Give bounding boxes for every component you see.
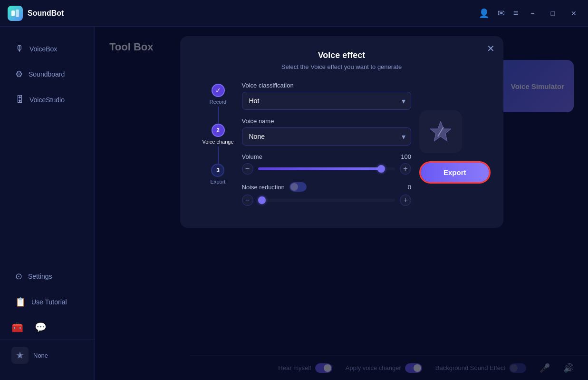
titlebar-controls: 👤 ✉ ≡ − □ ✕ [479, 8, 580, 19]
noise-slider-thumb[interactable] [258, 196, 266, 204]
step-1-check: ✓ [215, 87, 221, 94]
form-col: Voice classification Hot Classic Funny C… [242, 82, 411, 214]
sidebar: 🎙 VoiceBox ⚙ Soundboard 🎛 VoiceStudio ⊙ … [0, 27, 95, 380]
svg-rect-0 [11, 10, 15, 16]
volume-increase-button[interactable]: + [400, 163, 411, 175]
volume-label-row: Volume 100 [242, 153, 411, 160]
noise-reduction-label: Noise reduction [242, 184, 285, 191]
close-button[interactable]: ✕ [567, 8, 580, 19]
noise-reduction-value: 0 [408, 184, 411, 191]
sidebar-item-settings[interactable]: ⊙ Settings [4, 264, 91, 288]
chat-icon[interactable]: 💬 [35, 322, 47, 333]
voice-name-select[interactable]: None Robot Echo [242, 127, 411, 146]
step-1-label: Record [210, 99, 226, 105]
soundboard-icon: ⚙ [15, 69, 23, 79]
noise-slider-track[interactable] [258, 199, 395, 202]
volume-decrease-button[interactable]: − [242, 163, 253, 175]
step-3-circle: 3 [211, 164, 224, 177]
sidebar-spacer [0, 112, 95, 263]
sidebar-label-voicebox: VoiceBox [29, 45, 57, 53]
noise-toggle-row: Noise reduction [242, 182, 307, 192]
step-2-number: 2 [216, 127, 220, 134]
voice-name-group: Voice name None Robot Echo ▾ [242, 117, 411, 146]
voice-classification-group: Voice classification Hot Classic Funny C… [242, 82, 411, 110]
sidebar-label-voicestudio: VoiceStudio [29, 96, 65, 104]
modal-overlay: ✕ Voice effect Select the Voice effect y… [95, 27, 588, 380]
modal-subtitle: Select the Voice effect you want to gene… [194, 63, 489, 70]
connector-2-3 [218, 146, 219, 164]
noise-slider-bg [258, 199, 395, 202]
footer-star-icon [11, 347, 29, 364]
modal-title: Voice effect [194, 50, 489, 60]
volume-slider-thumb[interactable] [377, 165, 385, 173]
step-record: ✓ Record [210, 84, 226, 107]
sidebar-label-settings: Settings [28, 273, 52, 280]
sidebar-item-voicestudio[interactable]: 🎛 VoiceStudio [4, 88, 91, 111]
volume-slider-track[interactable] [258, 167, 395, 170]
sidebar-item-voicebox[interactable]: 🎙 VoiceBox [4, 37, 91, 60]
step-voice-change: 2 Voice change [202, 124, 233, 146]
noise-reduction-group: Noise reduction 0 − [242, 182, 411, 206]
voice-effect-icon [426, 117, 455, 146]
voice-name-label: Voice name [242, 117, 411, 125]
menu-icon[interactable]: ≡ [513, 8, 519, 18]
voicebox-icon: 🎙 [15, 44, 24, 54]
volume-group: Volume 100 − + [242, 153, 411, 175]
noise-increase-button[interactable]: + [400, 195, 411, 206]
minimize-button[interactable]: − [527, 8, 538, 19]
svg-rect-1 [16, 10, 19, 17]
settings-icon: ⊙ [15, 271, 22, 282]
sidebar-bottom: 🧰 💬 [0, 315, 95, 340]
titlebar: SoundBot 👤 ✉ ≡ − □ ✕ [0, 0, 588, 27]
steps-row: ✓ Record 2 Voice change [194, 82, 489, 214]
titlebar-left: SoundBot [8, 6, 64, 21]
volume-label: Volume [242, 153, 262, 160]
connector-1-2 [218, 107, 219, 124]
maximize-button[interactable]: □ [547, 8, 559, 19]
sidebar-label-tutorial: Use Tutorial [31, 298, 67, 306]
noise-reduction-toggle[interactable] [289, 182, 307, 192]
modal-close-button[interactable]: ✕ [487, 43, 495, 54]
voicestudio-icon: 🎛 [15, 95, 24, 105]
voice-classification-label: Voice classification [242, 82, 411, 89]
profile-icon[interactable]: 👤 [479, 8, 489, 19]
step-3-number: 3 [216, 167, 220, 174]
layout: 🎙 VoiceBox ⚙ Soundboard 🎛 VoiceStudio ⊙ … [0, 27, 588, 380]
step-export: 3 Export [211, 164, 226, 186]
noise-slider-row: − + [242, 195, 411, 206]
step-2-label: Voice change [202, 139, 233, 145]
footer-none-label: None [33, 352, 48, 359]
volume-slider-fill [258, 167, 382, 170]
wizard-steps: ✓ Record 2 Voice change [194, 82, 242, 186]
export-button[interactable]: Export [421, 163, 489, 182]
volume-value: 100 [401, 153, 411, 160]
sidebar-item-soundboard[interactable]: ⚙ Soundboard [4, 62, 91, 86]
footer-bar: None [0, 340, 95, 370]
mail-icon[interactable]: ✉ [498, 8, 505, 19]
app-name: SoundBot [28, 9, 64, 18]
sidebar-item-tutorial[interactable]: 📋 Use Tutorial [4, 290, 91, 314]
voice-classification-select[interactable]: Hot Classic Funny Custom [242, 92, 411, 110]
voice-effect-modal: ✕ Voice effect Select the Voice effect y… [180, 36, 503, 228]
sidebar-label-soundboard: Soundboard [29, 70, 65, 78]
step-3-label: Export [211, 179, 226, 185]
step-1-circle: ✓ [212, 84, 225, 97]
voice-name-select-wrapper: None Robot Echo ▾ [242, 127, 411, 146]
main-content: Tool Box Voice Simulator ✕ Voice effect … [95, 27, 588, 380]
noise-label-row: Noise reduction 0 [242, 182, 411, 192]
app-icon [8, 6, 23, 21]
step-2-circle: 2 [212, 124, 225, 137]
voice-effect-icon-box [419, 110, 462, 153]
volume-slider-row: − + [242, 163, 411, 175]
voice-classification-select-wrapper: Hot Classic Funny Custom ▾ [242, 92, 411, 110]
toolbox-icon[interactable]: 🧰 [11, 322, 23, 333]
tutorial-icon: 📋 [15, 297, 26, 307]
noise-decrease-button[interactable]: − [242, 195, 253, 206]
noise-toggle-thumb [290, 183, 298, 191]
